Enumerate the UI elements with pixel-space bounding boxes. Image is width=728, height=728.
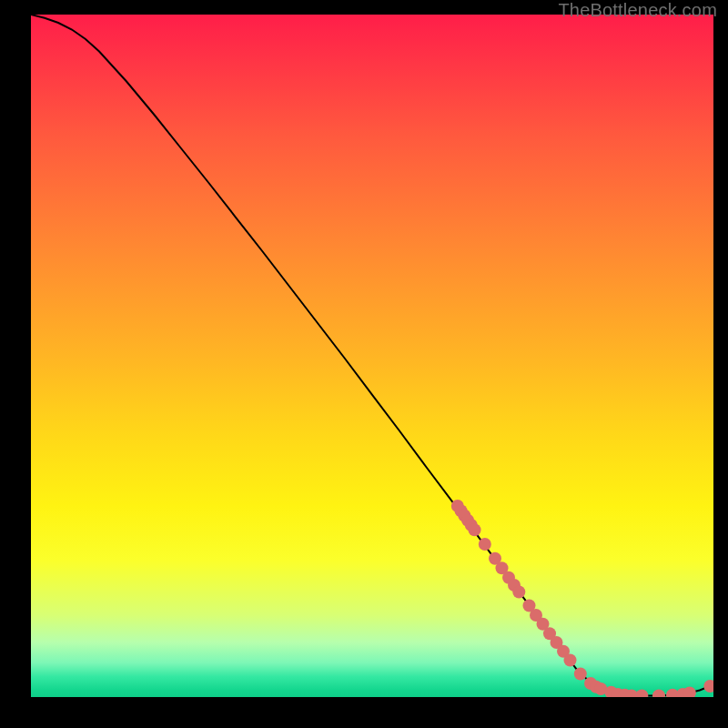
marker-icon	[683, 687, 696, 698]
marker-icon	[479, 538, 491, 551]
plot-area	[31, 15, 713, 697]
marker-icon	[512, 586, 525, 599]
chart-stage: TheBottleneck.com	[0, 0, 728, 728]
marker-icon	[635, 690, 648, 698]
marker-icon	[652, 690, 665, 698]
curve-line	[31, 15, 713, 696]
marker-icon	[703, 680, 713, 693]
watermark-text: TheBottleneck.com	[558, 0, 717, 21]
marker-icon	[574, 668, 587, 681]
marker-icon	[469, 523, 481, 536]
chart-svg	[31, 15, 713, 697]
marker-icon	[564, 654, 577, 667]
marker-group	[451, 500, 713, 697]
